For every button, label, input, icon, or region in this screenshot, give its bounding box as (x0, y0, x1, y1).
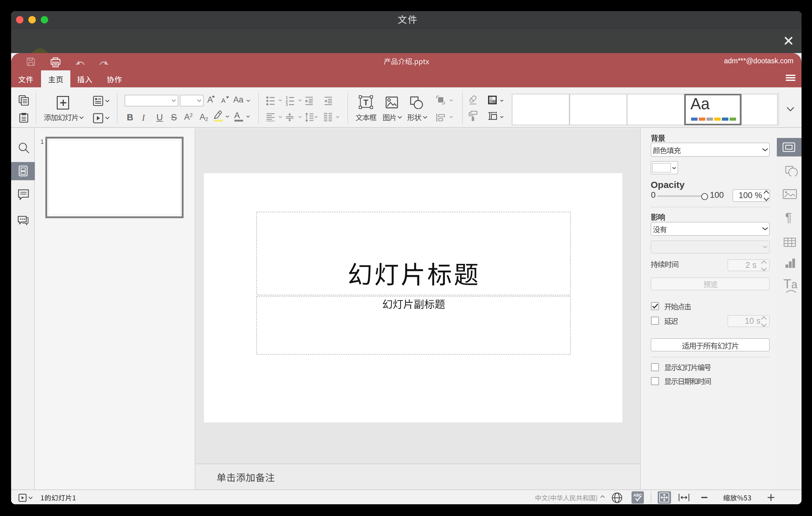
svg-text:3: 3 (286, 103, 288, 106)
svg-text:T: T (364, 98, 368, 107)
